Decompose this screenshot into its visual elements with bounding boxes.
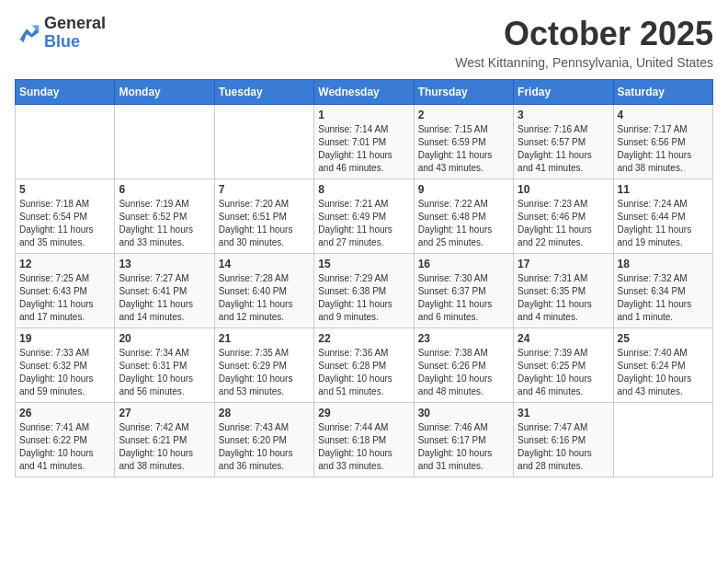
day-info: Sunrise: 7:23 AM Sunset: 6:46 PM Dayligh… [518,198,609,249]
day-info: Sunrise: 7:47 AM Sunset: 6:16 PM Dayligh… [518,421,609,473]
header-wednesday: Wednesday [314,80,414,105]
day-info: Sunrise: 7:36 AM Sunset: 6:28 PM Dayligh… [318,347,409,398]
day-number: 3 [518,109,609,121]
day-number: 24 [518,332,609,345]
day-info: Sunrise: 7:28 AM Sunset: 6:40 PM Dayligh… [219,272,310,324]
day-info: Sunrise: 7:21 AM Sunset: 6:49 PM Dayligh… [318,198,409,249]
calendar-cell: 22Sunrise: 7:36 AM Sunset: 6:28 PM Dayli… [314,328,414,403]
calendar-week-5: 26Sunrise: 7:41 AM Sunset: 6:22 PM Dayli… [16,403,713,477]
day-number: 14 [219,258,310,270]
day-number: 7 [219,183,310,196]
day-info: Sunrise: 7:18 AM Sunset: 6:54 PM Dayligh… [19,198,110,249]
calendar-cell: 9Sunrise: 7:22 AM Sunset: 6:48 PM Daylig… [414,179,513,254]
day-number: 11 [618,183,709,196]
day-number: 2 [418,109,509,121]
day-number: 21 [219,332,310,345]
calendar-cell: 11Sunrise: 7:24 AM Sunset: 6:44 PM Dayli… [613,179,712,254]
day-info: Sunrise: 7:38 AM Sunset: 6:26 PM Dayligh… [418,347,509,398]
page-header: General Blue October 2025 West Kittannin… [15,15,713,70]
calendar-header-row: SundayMondayTuesdayWednesdayThursdayFrid… [16,80,713,105]
day-info: Sunrise: 7:46 AM Sunset: 6:17 PM Dayligh… [418,421,509,473]
calendar-cell [16,105,115,179]
day-info: Sunrise: 7:29 AM Sunset: 6:38 PM Dayligh… [318,272,409,324]
calendar-cell [214,105,313,179]
calendar-cell: 19Sunrise: 7:33 AM Sunset: 6:32 PM Dayli… [16,328,115,403]
logo: General Blue [15,15,106,52]
calendar-cell: 4Sunrise: 7:17 AM Sunset: 6:56 PM Daylig… [613,105,712,179]
calendar-cell: 26Sunrise: 7:41 AM Sunset: 6:22 PM Dayli… [16,403,115,477]
day-info: Sunrise: 7:42 AM Sunset: 6:21 PM Dayligh… [119,421,210,473]
day-info: Sunrise: 7:33 AM Sunset: 6:32 PM Dayligh… [19,347,110,398]
calendar-cell: 5Sunrise: 7:18 AM Sunset: 6:54 PM Daylig… [16,179,115,254]
logo-blue: Blue [44,32,80,51]
header-friday: Friday [514,80,613,105]
calendar-cell: 16Sunrise: 7:30 AM Sunset: 6:37 PM Dayli… [414,254,513,328]
calendar-cell: 27Sunrise: 7:42 AM Sunset: 6:21 PM Dayli… [115,403,214,477]
day-number: 27 [119,407,210,419]
day-number: 15 [318,258,409,270]
location: West Kittanning, Pennsylvania, United St… [455,55,713,70]
day-info: Sunrise: 7:24 AM Sunset: 6:44 PM Dayligh… [618,198,709,249]
day-number: 22 [318,332,409,345]
day-number: 28 [219,407,310,419]
title-block: October 2025 West Kittanning, Pennsylvan… [455,15,713,70]
day-info: Sunrise: 7:14 AM Sunset: 7:01 PM Dayligh… [318,123,409,175]
day-number: 31 [518,407,609,419]
day-number: 30 [418,407,509,419]
day-number: 29 [318,407,409,419]
calendar-cell: 13Sunrise: 7:27 AM Sunset: 6:41 PM Dayli… [115,254,214,328]
calendar-cell: 8Sunrise: 7:21 AM Sunset: 6:49 PM Daylig… [314,179,414,254]
calendar-cell: 17Sunrise: 7:31 AM Sunset: 6:35 PM Dayli… [514,254,613,328]
calendar-week-1: 1Sunrise: 7:14 AM Sunset: 7:01 PM Daylig… [16,105,713,179]
day-number: 1 [318,109,409,121]
calendar-cell: 23Sunrise: 7:38 AM Sunset: 6:26 PM Dayli… [414,328,513,403]
day-info: Sunrise: 7:44 AM Sunset: 6:18 PM Dayligh… [318,421,409,473]
day-number: 12 [19,258,110,270]
calendar-cell: 29Sunrise: 7:44 AM Sunset: 6:18 PM Dayli… [314,403,414,477]
day-number: 17 [518,258,609,270]
calendar-cell: 24Sunrise: 7:39 AM Sunset: 6:25 PM Dayli… [514,328,613,403]
logo-text: General Blue [44,15,106,52]
day-info: Sunrise: 7:34 AM Sunset: 6:31 PM Dayligh… [119,347,210,398]
day-info: Sunrise: 7:16 AM Sunset: 6:57 PM Dayligh… [518,123,609,175]
header-monday: Monday [115,80,214,105]
month-title: October 2025 [455,15,713,53]
calendar-cell: 12Sunrise: 7:25 AM Sunset: 6:43 PM Dayli… [16,254,115,328]
header-tuesday: Tuesday [214,80,313,105]
calendar-cell: 31Sunrise: 7:47 AM Sunset: 6:16 PM Dayli… [514,403,613,477]
day-info: Sunrise: 7:15 AM Sunset: 6:59 PM Dayligh… [418,123,509,175]
header-sunday: Sunday [16,80,115,105]
calendar-cell [115,105,214,179]
day-number: 8 [318,183,409,196]
day-number: 5 [19,183,110,196]
day-number: 6 [119,183,210,196]
logo-bird-icon [15,20,40,46]
day-info: Sunrise: 7:43 AM Sunset: 6:20 PM Dayligh… [219,421,310,473]
calendar-table: SundayMondayTuesdayWednesdayThursdayFrid… [15,79,713,477]
calendar-cell: 7Sunrise: 7:20 AM Sunset: 6:51 PM Daylig… [214,179,313,254]
calendar-week-2: 5Sunrise: 7:18 AM Sunset: 6:54 PM Daylig… [16,179,713,254]
calendar-cell: 10Sunrise: 7:23 AM Sunset: 6:46 PM Dayli… [514,179,613,254]
day-number: 19 [19,332,110,345]
calendar-cell: 3Sunrise: 7:16 AM Sunset: 6:57 PM Daylig… [514,105,613,179]
day-info: Sunrise: 7:40 AM Sunset: 6:24 PM Dayligh… [618,347,709,398]
calendar-cell: 2Sunrise: 7:15 AM Sunset: 6:59 PM Daylig… [414,105,513,179]
calendar-cell: 20Sunrise: 7:34 AM Sunset: 6:31 PM Dayli… [115,328,214,403]
header-thursday: Thursday [414,80,513,105]
day-number: 18 [618,258,709,270]
calendar-cell: 6Sunrise: 7:19 AM Sunset: 6:52 PM Daylig… [115,179,214,254]
calendar-cell: 28Sunrise: 7:43 AM Sunset: 6:20 PM Dayli… [214,403,313,477]
calendar-cell: 18Sunrise: 7:32 AM Sunset: 6:34 PM Dayli… [613,254,712,328]
calendar-cell: 1Sunrise: 7:14 AM Sunset: 7:01 PM Daylig… [314,105,414,179]
calendar-cell: 30Sunrise: 7:46 AM Sunset: 6:17 PM Dayli… [414,403,513,477]
day-number: 23 [418,332,509,345]
day-info: Sunrise: 7:31 AM Sunset: 6:35 PM Dayligh… [518,272,609,324]
day-info: Sunrise: 7:32 AM Sunset: 6:34 PM Dayligh… [618,272,709,324]
day-info: Sunrise: 7:41 AM Sunset: 6:22 PM Dayligh… [19,421,110,473]
day-number: 10 [518,183,609,196]
day-number: 25 [618,332,709,345]
day-number: 13 [119,258,210,270]
calendar-cell: 14Sunrise: 7:28 AM Sunset: 6:40 PM Dayli… [214,254,313,328]
day-number: 4 [618,109,709,121]
day-info: Sunrise: 7:30 AM Sunset: 6:37 PM Dayligh… [418,272,509,324]
